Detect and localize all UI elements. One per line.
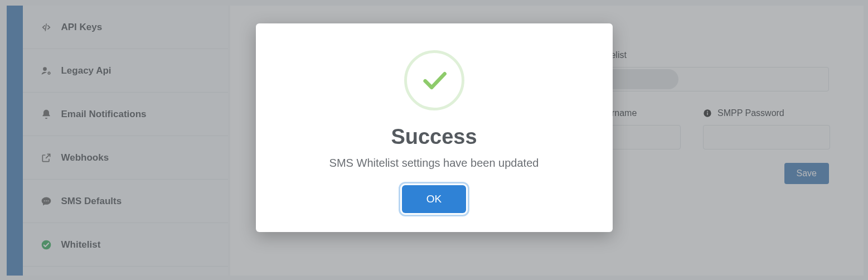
modal-message: SMS Whitelist settings have been updated: [329, 157, 539, 170]
modal-overlay[interactable]: Success SMS Whitelist settings have been…: [0, 0, 868, 280]
ok-button[interactable]: OK: [402, 185, 466, 213]
modal-title: Success: [391, 125, 477, 149]
success-modal: Success SMS Whitelist settings have been…: [256, 23, 613, 232]
success-check-icon: [404, 50, 464, 110]
